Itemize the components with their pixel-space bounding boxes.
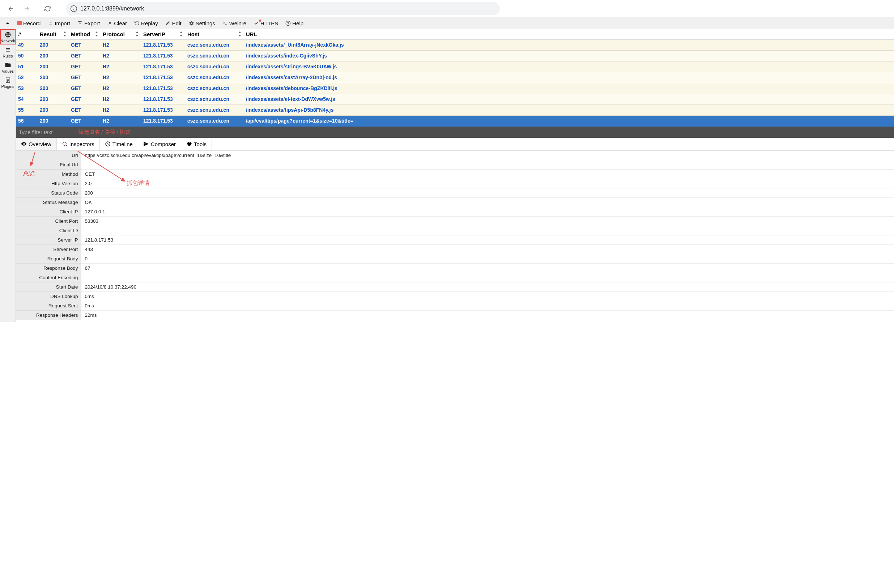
cell-url: /indexes/assets/index-CgiivShY.js xyxy=(244,50,894,61)
export-button[interactable]: Export xyxy=(74,17,103,29)
replay-button[interactable]: Replay xyxy=(131,17,162,29)
sort-icon xyxy=(238,32,242,36)
table-row[interactable]: 56200GETH2121.8.171.53cszc.scnu.edu.cn/a… xyxy=(16,115,894,126)
clear-button[interactable]: Clear xyxy=(103,17,131,29)
overview-value: 200 xyxy=(81,188,894,198)
overview-label: Start Date xyxy=(16,283,81,292)
col-host[interactable]: Host xyxy=(185,29,244,39)
col-protocol[interactable]: Protocol xyxy=(101,29,141,39)
weinre-button[interactable]: Weinre xyxy=(219,17,250,29)
record-button[interactable]: Record xyxy=(14,17,44,29)
overview-value xyxy=(81,226,894,236)
table-row[interactable]: 52200GETH2121.8.171.53cszc.scnu.edu.cn/i… xyxy=(16,72,894,83)
table-row[interactable]: 50200GETH2121.8.171.53cszc.scnu.edu.cn/i… xyxy=(16,50,894,61)
overview-value xyxy=(81,160,894,169)
tab-tools[interactable]: Tools xyxy=(181,138,212,150)
sidebar-item-values[interactable]: Values xyxy=(0,60,15,75)
col-num[interactable]: # xyxy=(16,29,38,39)
overview-row: DNS Lookup0ms xyxy=(16,292,894,301)
table-row[interactable]: 49200GETH2121.8.171.53cszc.scnu.edu.cn/i… xyxy=(16,39,894,50)
address-url: 127.0.0.1:8899/#network xyxy=(80,5,144,12)
help-button[interactable]: Help xyxy=(282,17,307,29)
tab-timeline[interactable]: Timeline xyxy=(100,138,138,150)
sidebar-item-network[interactable]: Network xyxy=(0,29,15,44)
overview-row: Client Port53303 xyxy=(16,217,894,226)
col-url[interactable]: URL xyxy=(244,29,894,39)
overview-row: Client ID xyxy=(16,226,894,236)
help-label: Help xyxy=(292,20,304,26)
toolbar-collapse-button[interactable] xyxy=(2,20,14,26)
import-icon xyxy=(48,21,53,26)
cell-result: 200 xyxy=(38,72,69,83)
cell-method: GET xyxy=(69,83,101,94)
filter-hint-annotation: 筛选域名 / 路径 / 协议 xyxy=(78,129,131,136)
overview-value: OK xyxy=(81,198,894,207)
cell-result: 200 xyxy=(38,115,69,126)
https-label: HTTPS xyxy=(260,20,278,26)
overview-row: Request Body0 xyxy=(16,254,894,264)
table-row[interactable]: 51200GETH2121.8.171.53cszc.scnu.edu.cn/i… xyxy=(16,61,894,72)
document-icon xyxy=(5,77,11,83)
table-row[interactable]: 54200GETH2121.8.171.53cszc.scnu.edu.cn/i… xyxy=(16,94,894,104)
overview-row: Urlhttps://cszc.scnu.edu.cn/api/eval/tip… xyxy=(16,151,894,160)
settings-button[interactable]: Settings xyxy=(185,17,219,29)
cell-url: /indexes/assets/el-text-DdWXvw5w.js xyxy=(244,94,894,104)
cell-result: 200 xyxy=(38,39,69,50)
help-icon xyxy=(285,21,291,26)
cell-num: 49 xyxy=(16,39,38,50)
overview-label: Content Encoding xyxy=(16,273,81,283)
edit-button[interactable]: Edit xyxy=(162,17,185,29)
overview-value xyxy=(81,273,894,283)
clear-label: Clear xyxy=(114,20,127,26)
replay-icon xyxy=(134,21,140,26)
cell-host: cszc.scnu.edu.cn xyxy=(185,94,244,104)
reload-button[interactable] xyxy=(41,2,54,15)
overview-value: GET xyxy=(81,169,894,179)
cell-protocol: H2 xyxy=(101,83,141,94)
table-row[interactable]: 55200GETH2121.8.171.53cszc.scnu.edu.cn/i… xyxy=(16,104,894,115)
overview-row: MethodGET xyxy=(16,169,894,179)
cell-result: 200 xyxy=(38,83,69,94)
main-layout: Network Rules Values Plugins # Result xyxy=(0,29,894,322)
cell-url: /api/eval/tips/page?current=1&size=10&ti… xyxy=(244,115,894,126)
back-button[interactable] xyxy=(5,2,17,15)
sidebar-label: Rules xyxy=(3,54,13,58)
cell-host: cszc.scnu.edu.cn xyxy=(185,115,244,126)
list-icon xyxy=(5,47,11,53)
app-toolbar: Record Import Export Clear Replay Edit S… xyxy=(0,17,894,29)
globe-icon xyxy=(5,32,11,38)
tab-overview[interactable]: Overview xyxy=(16,138,57,150)
content-pane: # Result Method Protocol ServerIP Host U… xyxy=(16,29,894,322)
col-serverip[interactable]: ServerIP xyxy=(141,29,185,39)
cell-url: /indexes/assets/_Uint8Array-jNcxkOka.js xyxy=(244,39,894,50)
col-method[interactable]: Method xyxy=(69,29,101,39)
cell-serverip: 121.8.171.53 xyxy=(141,72,185,83)
sidebar-item-plugins[interactable]: Plugins xyxy=(0,75,15,90)
cell-result: 200 xyxy=(38,50,69,61)
gear-icon xyxy=(189,21,194,26)
terminal-icon xyxy=(222,21,228,26)
overview-row: Server IP121.8.171.53 xyxy=(16,236,894,245)
overview-value: 121.8.171.53 xyxy=(81,236,894,245)
tab-inspectors[interactable]: Inspectors xyxy=(57,138,100,150)
col-result[interactable]: Result xyxy=(38,29,69,39)
import-button[interactable]: Import xyxy=(44,17,74,29)
forward-button[interactable] xyxy=(20,2,33,15)
cell-host: cszc.scnu.edu.cn xyxy=(185,39,244,50)
table-row[interactable]: 53200GETH2121.8.171.53cszc.scnu.edu.cn/i… xyxy=(16,83,894,94)
https-button[interactable]: HTTPS xyxy=(250,17,282,29)
overview-row: Response Headers22ms xyxy=(16,311,894,320)
cell-method: GET xyxy=(69,50,101,61)
cell-num: 55 xyxy=(16,104,38,115)
filter-input[interactable] xyxy=(19,129,69,135)
settings-label: Settings xyxy=(196,20,215,26)
cell-url: /indexes/assets/tipsApi-D5b8FN4y.js xyxy=(244,104,894,115)
sidebar-item-rules[interactable]: Rules xyxy=(0,44,15,60)
cell-serverip: 121.8.171.53 xyxy=(141,61,185,72)
address-bar[interactable]: 127.0.0.1:8899/#network xyxy=(66,2,500,15)
overview-value: 443 xyxy=(81,245,894,254)
tab-composer[interactable]: Composer xyxy=(138,138,181,150)
svg-line-9 xyxy=(66,145,67,146)
cell-protocol: H2 xyxy=(101,115,141,126)
cell-serverip: 121.8.171.53 xyxy=(141,115,185,126)
